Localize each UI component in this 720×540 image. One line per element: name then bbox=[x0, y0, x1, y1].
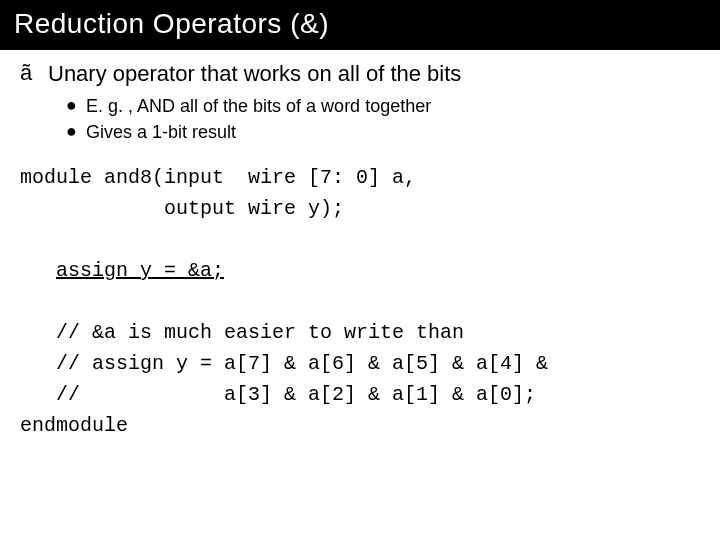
disc-icon: ● bbox=[66, 120, 86, 143]
code-line: output wire y); bbox=[20, 197, 344, 220]
code-line: // &a is much easier to write than bbox=[20, 321, 464, 344]
code-block: module and8(input wire [7: 0] a, output … bbox=[20, 162, 700, 441]
slide-content: ã Unary operator that works on all of th… bbox=[0, 50, 720, 441]
bullet-glyph: ã bbox=[20, 60, 48, 86]
title-bar: Reduction Operators (&) bbox=[0, 0, 720, 50]
sub-bullet-list: ● E. g. , AND all of the bits of a word … bbox=[66, 94, 700, 145]
code-line: // a[3] & a[2] & a[1] & a[0]; bbox=[20, 383, 536, 406]
disc-icon: ● bbox=[66, 94, 86, 117]
code-line: // assign y = a[7] & a[6] & a[5] & a[4] … bbox=[20, 352, 548, 375]
code-line-underlined: assign y = &a; bbox=[56, 259, 224, 282]
code-line: endmodule bbox=[20, 414, 128, 437]
top-bullet: ã Unary operator that works on all of th… bbox=[20, 60, 700, 88]
slide: Reduction Operators (&) ã Unary operator… bbox=[0, 0, 720, 540]
sub-bullet-text: Gives a 1-bit result bbox=[86, 120, 236, 144]
code-indent bbox=[20, 259, 56, 282]
sub-bullet-text: E. g. , AND all of the bits of a word to… bbox=[86, 94, 431, 118]
sub-bullet-item: ● Gives a 1-bit result bbox=[66, 120, 700, 144]
code-line: module and8(input wire [7: 0] a, bbox=[20, 166, 416, 189]
sub-bullet-item: ● E. g. , AND all of the bits of a word … bbox=[66, 94, 700, 118]
top-bullet-text: Unary operator that works on all of the … bbox=[48, 60, 461, 88]
slide-title: Reduction Operators (&) bbox=[14, 8, 706, 40]
